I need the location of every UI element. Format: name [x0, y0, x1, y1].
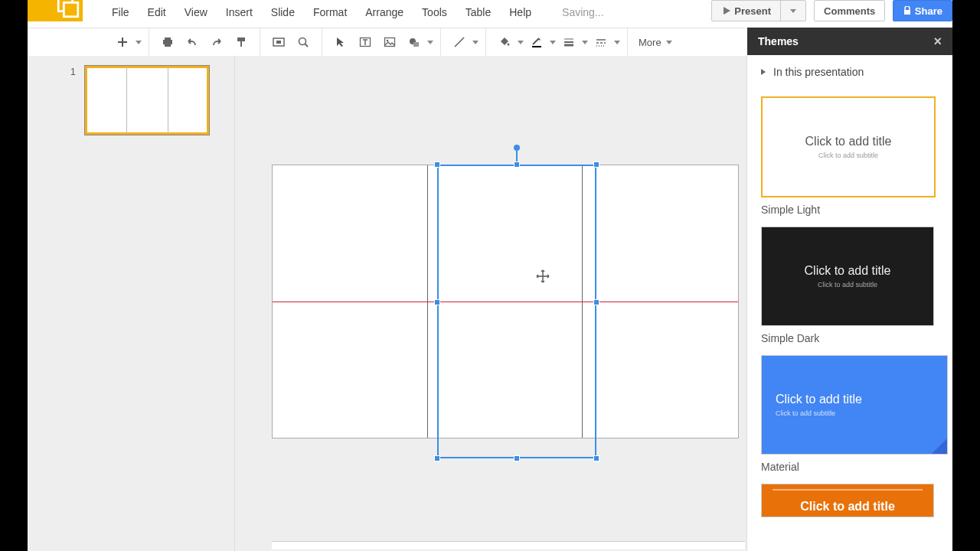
svg-rect-4 — [163, 40, 172, 44]
menu-tools[interactable]: Tools — [413, 6, 456, 18]
fit-button[interactable] — [270, 33, 288, 51]
share-button[interactable]: Share — [893, 0, 952, 21]
themes-header: Themes × — [747, 28, 952, 55]
select-tool[interactable] — [332, 33, 350, 51]
themes-panel: Themes × In this presentation Click to a… — [746, 56, 952, 551]
present-label: Present — [734, 5, 771, 17]
notes-strip[interactable] — [272, 541, 745, 549]
handle-e[interactable] — [593, 299, 599, 305]
line-color-button[interactable] — [528, 33, 546, 51]
line-tool[interactable] — [450, 33, 469, 51]
shape-tool[interactable] — [405, 33, 423, 51]
menu-insert[interactable]: Insert — [217, 6, 262, 18]
app-logo[interactable] — [28, 0, 83, 21]
theme-subtitle: Click to add subtitle — [818, 152, 878, 159]
svg-rect-8 — [240, 41, 242, 47]
shape-dropdown[interactable] — [426, 41, 434, 44]
handle-w[interactable] — [434, 299, 440, 305]
fill-color-button[interactable] — [495, 33, 514, 51]
svg-point-11 — [299, 38, 306, 45]
menu-slide[interactable]: Slide — [262, 6, 304, 18]
handle-se[interactable] — [593, 455, 599, 461]
zoom-button[interactable] — [294, 33, 312, 51]
canvas[interactable] — [235, 56, 746, 551]
workspace: 1 — [28, 56, 952, 551]
caret-right-icon — [761, 69, 767, 75]
svg-marker-2 — [724, 7, 730, 15]
top-right-actions: Present Comments Share — [711, 0, 952, 20]
handle-nw[interactable] — [434, 161, 440, 168]
comments-label: Comments — [815, 1, 884, 21]
line-weight-button[interactable] — [560, 33, 578, 51]
menu-arrange[interactable]: Arrange — [356, 6, 413, 18]
menu-format[interactable]: Format — [304, 6, 356, 18]
new-slide-button[interactable] — [113, 33, 132, 51]
undo-button[interactable] — [183, 33, 201, 51]
rotation-handle[interactable] — [514, 145, 520, 151]
svg-point-15 — [387, 40, 389, 42]
menu-help[interactable]: Help — [500, 6, 541, 18]
theme-name: Material — [761, 461, 939, 473]
present-button[interactable]: Present — [711, 0, 806, 21]
theme-title: Click to add title — [805, 264, 891, 278]
theme-material[interactable]: Click to add title Click to add subtitle… — [761, 355, 939, 473]
slide-panel: 1 — [28, 56, 235, 551]
more-button[interactable]: More — [634, 37, 677, 48]
theme-subtitle: Click to add subtitle — [818, 281, 877, 289]
page-fold-icon — [932, 439, 947, 454]
textbox-tool[interactable] — [356, 33, 374, 51]
svg-rect-17 — [413, 42, 419, 47]
theme-orange[interactable]: Click to add title — [761, 484, 939, 517]
svg-marker-12 — [337, 37, 344, 47]
themes-section-label: In this presentation — [773, 66, 864, 78]
line-dropdown[interactable] — [472, 41, 479, 44]
slide-thumbnail-1[interactable]: 1 — [84, 65, 210, 135]
theme-title: Click to add title — [805, 135, 892, 148]
handle-ne[interactable] — [593, 161, 599, 168]
menu-view[interactable]: View — [175, 6, 217, 18]
svg-rect-14 — [385, 38, 395, 47]
accent-bar — [773, 489, 923, 491]
handle-sw[interactable] — [434, 455, 440, 461]
svg-point-18 — [508, 44, 510, 46]
new-slide-dropdown[interactable] — [135, 41, 142, 44]
theme-simple-dark[interactable]: Click to add title Click to add subtitle… — [761, 227, 939, 344]
move-cursor-icon — [535, 269, 550, 287]
svg-rect-10 — [276, 41, 281, 44]
theme-simple-light[interactable]: Click to add title Click to add subtitle… — [761, 96, 939, 216]
comments-button[interactable]: Comments — [814, 0, 885, 21]
paint-format-button[interactable] — [232, 33, 250, 51]
share-label: Share — [915, 5, 942, 17]
svg-marker-20 — [761, 69, 766, 75]
theme-title: Click to add title — [776, 393, 862, 406]
theme-name: Simple Dark — [761, 332, 939, 344]
line-color-dropdown[interactable] — [549, 41, 557, 44]
theme-title: Click to add title — [800, 500, 895, 514]
menu-table[interactable]: Table — [456, 6, 500, 18]
themes-section[interactable]: In this presentation — [747, 55, 952, 83]
fill-color-dropdown[interactable] — [517, 41, 524, 44]
menu-bar: File Edit View Insert Slide Format Arran… — [103, 0, 613, 24]
theme-name: Simple Light — [761, 204, 939, 216]
redo-button[interactable] — [207, 33, 226, 51]
line-dash-button[interactable] — [592, 33, 610, 51]
selection-box[interactable] — [437, 165, 596, 458]
themes-list: Click to add title Click to add subtitle… — [747, 83, 952, 522]
more-label: More — [639, 37, 662, 48]
play-icon — [721, 5, 732, 16]
menu-edit[interactable]: Edit — [139, 6, 175, 18]
handle-n[interactable] — [514, 161, 520, 168]
line-weight-dropdown[interactable] — [581, 41, 589, 44]
line-dash-dropdown[interactable] — [613, 41, 621, 44]
image-tool[interactable] — [381, 33, 399, 51]
svg-rect-5 — [165, 37, 171, 40]
themes-title: Themes — [758, 35, 799, 47]
svg-rect-1 — [64, 2, 77, 16]
close-themes-button[interactable]: × — [933, 34, 942, 50]
save-status: Saving... — [553, 6, 612, 18]
svg-rect-6 — [165, 44, 171, 47]
handle-s[interactable] — [514, 455, 520, 461]
menu-file[interactable]: File — [103, 6, 139, 18]
print-button[interactable] — [158, 33, 177, 51]
present-dropdown[interactable] — [780, 1, 805, 21]
